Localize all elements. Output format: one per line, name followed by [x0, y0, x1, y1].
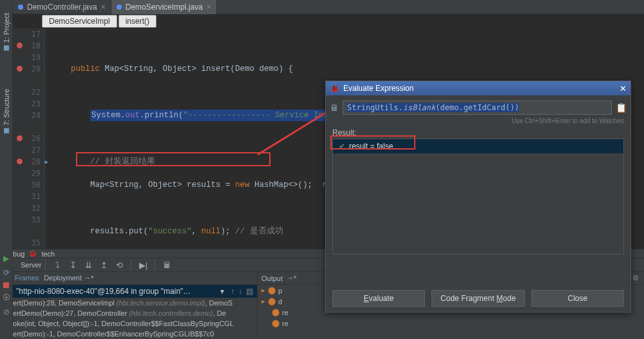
history-dropdown-icon[interactable]: 📋	[616, 102, 627, 113]
stop-button[interactable]	[3, 282, 9, 288]
mute-breakpoints-icon[interactable]: ⊘	[3, 307, 10, 316]
stack-frame[interactable]: insert(Demo):-1, DemoController$$Enhance…	[0, 329, 257, 339]
server-tab[interactable]: Server	[21, 261, 41, 269]
stack-frame[interactable]: insertDemo(Demo):27, DemoController (hbi…	[0, 308, 257, 318]
history-icon[interactable]: 🖥	[330, 102, 339, 113]
next-frame-icon[interactable]: ↓	[238, 287, 242, 296]
close-icon[interactable]: ×	[207, 3, 211, 12]
filter-icon[interactable]: ▤	[246, 287, 253, 296]
settings-icon[interactable]: ⚙	[632, 274, 644, 282]
close-icon[interactable]: ×	[101, 3, 106, 12]
line-gutter[interactable]: 17181920 222324 2627282930 3132333536 37…	[13, 28, 45, 249]
evaluate-expression-dialog: 🐞 Evaluate Expression ✕ 🖥 StringUtils.is…	[325, 81, 631, 313]
expression-input[interactable]: StringUtils.isBlank(demo.getIdCard())	[343, 101, 612, 115]
dialog-title: Evaluate Expression	[343, 84, 413, 93]
bug-icon: 🐞	[28, 249, 37, 258]
view-breakpoints-icon[interactable]: ⦿	[3, 293, 10, 302]
run-to-cursor-icon[interactable]: ▶|	[135, 258, 151, 271]
result-label: Result:	[326, 128, 630, 137]
deployment-tab[interactable]: Deployment →ᵃ	[44, 274, 93, 282]
project-tool[interactable]: 1: Project	[3, 13, 10, 50]
prev-frame-icon[interactable]: ↑	[231, 287, 234, 296]
thread-selector[interactable]: ⬤ "http-nio-8080-exec-40"@19,664 in grou…	[0, 285, 257, 298]
step-over-icon[interactable]: ⤵	[50, 258, 65, 271]
tab-demo-controller[interactable]: DemoController.java ×	[13, 0, 111, 14]
stack-frame[interactable]: invoke(int, Object, Object[]):-1, DemoCo…	[0, 318, 257, 329]
java-icon	[18, 5, 23, 10]
force-step-into-icon[interactable]: ⇊	[80, 258, 96, 271]
step-into-icon[interactable]: ↧	[65, 258, 80, 271]
close-button[interactable]: Close	[531, 290, 624, 307]
editor-tabs: DemoController.java × DemoServiceImpl.ja…	[13, 0, 644, 14]
hint-text: Use Ctrl+Shift+Enter to add to Watches	[326, 117, 630, 128]
frames-pane: 📑 Frames Deployment →ᵃ ⬤ "http-nio-8080-…	[0, 272, 258, 339]
evaluate-button[interactable]: Evaluate	[332, 290, 425, 307]
breadcrumb: DemoServiceImpl insert()	[42, 14, 158, 28]
run-config-name: tech	[41, 250, 55, 258]
evaluate-icon[interactable]: 🖩	[159, 258, 175, 271]
result-tree[interactable]: ✔ result = false	[332, 139, 624, 255]
dialog-titlebar[interactable]: 🐞 Evaluate Expression ✕	[326, 81, 630, 95]
resume-button[interactable]: ▶	[3, 254, 9, 263]
structure-tool[interactable]: 7: Structure	[3, 89, 10, 133]
check-icon: ✔	[339, 142, 345, 151]
tab-demo-service-impl[interactable]: DemoServiceImpl.java ×	[111, 0, 217, 14]
step-out-icon[interactable]: ↥	[96, 258, 111, 271]
update-icon[interactable]: ⟳	[3, 268, 10, 277]
output-tab[interactable]: Output	[261, 275, 283, 282]
code-fragment-mode-button[interactable]: Code Fragment Mode	[431, 290, 524, 307]
drop-frame-icon[interactable]: ⟲	[111, 258, 127, 271]
tab-label: DemoServiceImpl.java	[126, 3, 203, 12]
crumb-class[interactable]: DemoServiceImpl	[42, 15, 117, 28]
close-icon[interactable]: ✕	[620, 84, 627, 93]
debug-icon: 🐞	[330, 84, 339, 93]
crumb-method[interactable]: insert()	[118, 15, 156, 28]
debug-run-controls: ▶ ⟳ ⦿ ⊘	[0, 249, 13, 339]
result-row[interactable]: ✔ result = false	[333, 139, 623, 153]
comment: // 封装返回结果	[90, 157, 155, 166]
left-toolstrip: 1: Project 7: Structure	[0, 0, 13, 249]
java-icon	[117, 5, 122, 10]
tab-label: DemoController.java	[27, 3, 97, 12]
stack-frame[interactable]: insert(Demo):28, DemoServiceImpl (hbi.te…	[0, 298, 257, 308]
